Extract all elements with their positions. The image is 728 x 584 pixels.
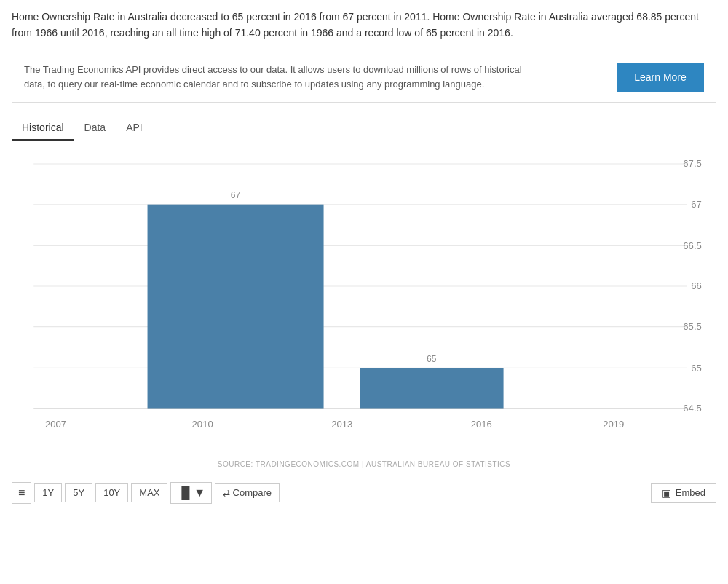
svg-text:67.5: 67.5	[683, 158, 702, 169]
period-max-button[interactable]: MAX	[131, 483, 167, 502]
bar-2011	[148, 204, 324, 408]
svg-text:65: 65	[691, 362, 702, 373]
chart-type-button[interactable]: ▐▌▼	[170, 482, 212, 504]
learn-more-button[interactable]: Learn More	[617, 63, 704, 92]
compare-label: Compare	[233, 487, 272, 498]
svg-text:67: 67	[691, 198, 702, 209]
toolbar-left: ≡ 1Y 5Y 10Y MAX ▐▌▼ ⇄ Compare	[12, 482, 280, 504]
period-10y-button[interactable]: 10Y	[95, 483, 128, 502]
svg-text:2013: 2013	[331, 419, 352, 430]
chart-svg: 67.5 67 66.5 66 65.5 65 64.5 67 65 2007 …	[12, 149, 716, 454]
svg-text:2016: 2016	[471, 419, 492, 430]
svg-text:65.5: 65.5	[683, 320, 702, 331]
chart-source: SOURCE: TRADINGECONOMICS.COM | AUSTRALIA…	[12, 460, 716, 468]
embed-label: Embed	[676, 487, 705, 498]
tabs-row: Historical Data API	[12, 116, 716, 141]
svg-text:66: 66	[691, 280, 702, 291]
bottom-toolbar: ≡ 1Y 5Y 10Y MAX ▐▌▼ ⇄ Compare ▣ Embed	[12, 476, 716, 507]
tab-historical[interactable]: Historical	[12, 116, 74, 141]
bar-2016	[360, 368, 504, 409]
bar-chart-icon: ▐▌▼	[177, 486, 205, 499]
compare-button[interactable]: ⇄ Compare	[215, 483, 280, 502]
api-banner-text: The Trading Economics API provides direc…	[24, 63, 534, 91]
api-banner: The Trading Economics API provides direc…	[12, 52, 716, 103]
tab-data[interactable]: Data	[74, 116, 116, 141]
svg-text:66.5: 66.5	[683, 240, 702, 250]
embed-icon: ▣	[662, 487, 671, 499]
svg-text:2019: 2019	[603, 419, 624, 430]
svg-text:2010: 2010	[192, 419, 213, 430]
period-1y-button[interactable]: 1Y	[34, 483, 62, 502]
compare-icon: ⇄	[223, 488, 230, 498]
embed-button[interactable]: ▣ Embed	[651, 483, 716, 503]
svg-text:67: 67	[231, 190, 241, 200]
description-text: Home Ownership Rate in Australia decreas…	[12, 9, 716, 42]
chart-area: 67.5 67 66.5 66 65.5 65 64.5 67 65 2007 …	[12, 149, 716, 454]
svg-text:65: 65	[427, 354, 437, 364]
svg-text:2007: 2007	[45, 419, 66, 430]
period-5y-button[interactable]: 5Y	[65, 483, 92, 502]
tab-api[interactable]: API	[116, 116, 153, 141]
list-view-button[interactable]: ≡	[12, 482, 31, 504]
